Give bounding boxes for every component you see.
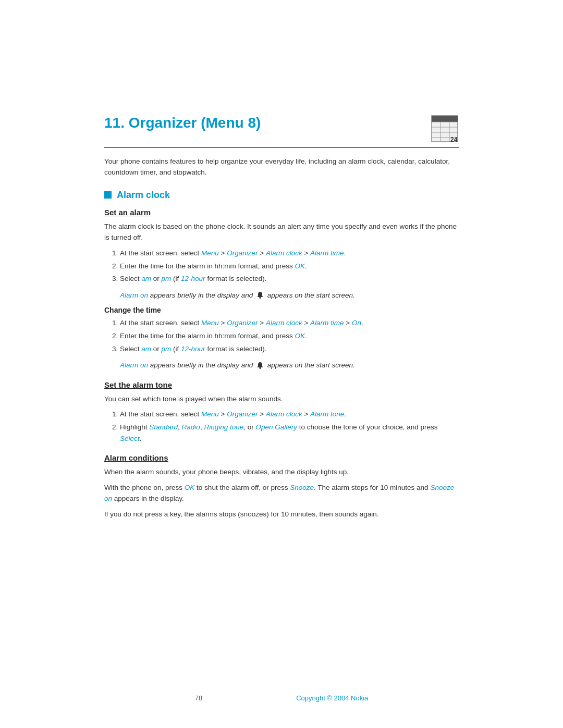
chapter-intro: Your phone contains features to help org… [104,156,459,178]
set-an-alarm-steps: At the start screen, select Menu > Organ… [120,248,459,285]
alarm-conditions-heading: Alarm conditions [104,453,459,462]
set-an-alarm-body: The alarm clock is based on the phone cl… [104,221,459,243]
alarm-conditions-section: Alarm conditions When the alarm sounds, … [104,453,459,520]
change-step-3: Select am or pm (if 12-hour format is se… [120,343,459,355]
alarm-tone-link-1: Alarm tone [310,410,344,418]
pm-link-2: pm [162,345,172,353]
menu-link-3: Menu [201,410,219,418]
bell-icon-2 [256,362,264,370]
alarm-time-link-2: Alarm time [310,319,344,327]
alarm-clock-section-heading: Alarm clock [104,190,459,201]
am-link-1: am [141,275,151,282]
alarm-on-link-1: Alarm on [120,291,148,299]
footer: 78 Copyright © 2004 Nokia [0,694,563,702]
change-step-1: At the start screen, select Menu > Organ… [120,317,459,329]
ok-link-1: OK [295,262,305,270]
organizer-link-3: Organizer [227,410,258,418]
menu-link-1: Menu [201,249,219,257]
svg-text:24: 24 [450,136,458,143]
alarm-conditions-body2: With the phone on, press OK to shut the … [104,482,459,504]
tone-step-1: At the start screen, select Menu > Organ… [120,409,459,420]
change-the-time-heading: Change the time [104,306,459,314]
radio-link: Radio [182,423,200,431]
open-gallery-link: Open Gallery [255,423,297,431]
change-step-2: Enter the time for the alarm in hh:mm fo… [120,330,459,342]
12hour-link-2: 12-hour [181,345,205,353]
bell-icon-1 [256,291,264,300]
set-an-alarm-heading: Set an alarm [104,208,459,217]
section-heading-text: Alarm clock [117,190,170,201]
footer-copyright: Copyright © 2004 Nokia [296,694,368,702]
ok-link-2: OK [295,332,305,340]
alarm-conditions-body3: If you do not press a key, the alarms st… [104,509,459,520]
12hour-link-1: 12-hour [181,275,205,282]
ok-link-3: OK [185,484,195,491]
tone-step-2: Highlight Standard, Radio, Ringing tone,… [120,422,459,444]
set-an-alarm-section: Set an alarm The alarm clock is based on… [104,208,459,301]
change-time-steps: At the start screen, select Menu > Organ… [120,317,459,354]
alarm-tone-steps: At the start screen, select Menu > Organ… [120,409,459,444]
organizer-link-1: Organizer [227,249,258,257]
chapter-icon: 24 [431,115,459,143]
page: 11. Organizer (Menu 8) 24 [0,0,563,728]
am-link-2: am [141,345,151,353]
snooze-on-link: Snooze on [104,484,454,503]
content-area: 11. Organizer (Menu 8) 24 [104,0,459,520]
svg-point-10 [259,298,261,299]
change-the-time-section: Change the time At the start screen, sel… [104,306,459,371]
step-2: Enter the time for the alarm in hh:mm fo… [120,261,459,272]
select-link: Select [120,435,140,442]
alarm-time-link-1: Alarm time [310,249,344,257]
step-3: Select am or pm (if 12-hour format is se… [120,273,459,285]
chapter-header: 11. Organizer (Menu 8) 24 [104,115,459,148]
alarm-on-link-2: Alarm on [120,361,148,369]
alarm-conditions-body1: When the alarm sounds, your phone beeps,… [104,466,459,478]
set-alarm-tone-heading: Set the alarm tone [104,380,459,389]
set-alarm-tone-section: Set the alarm tone You can set which ton… [104,380,459,444]
step-1: At the start screen, select Menu > Organ… [120,248,459,259]
alarm-clock-link-1: Alarm clock [266,249,302,257]
on-link-1: On [352,319,361,327]
change-time-note: Alarm on appears briefly in the display … [120,360,459,371]
set-alarm-tone-body: You can set which tone is played when th… [104,393,459,405]
section-heading-square [104,191,112,199]
alarm-clock-link-2: Alarm clock [266,319,302,327]
page-number: 78 [195,694,202,702]
set-alarm-note: Alarm on appears briefly in the display … [120,290,459,301]
snooze-link-1: Snooze [290,484,314,491]
organizer-link-2: Organizer [227,319,258,327]
pm-link-1: pm [162,275,172,282]
alarm-clock-link-3: Alarm clock [266,410,302,418]
standard-link: Standard [149,423,178,431]
svg-rect-1 [432,116,458,122]
chapter-title: 11. Organizer (Menu 8) [104,115,261,131]
ringing-tone-link: Ringing tone [204,423,243,431]
svg-point-12 [259,368,261,369]
menu-link-2: Menu [201,319,219,327]
